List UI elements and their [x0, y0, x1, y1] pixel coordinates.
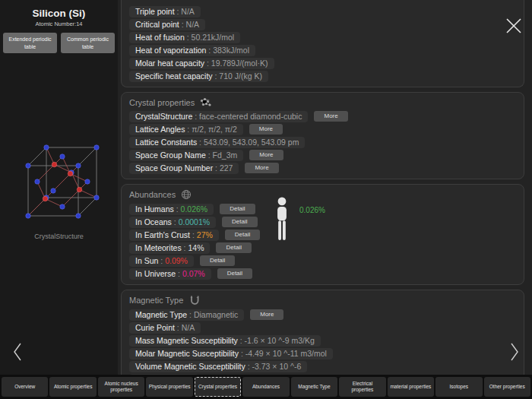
chevron-left-icon	[12, 342, 23, 362]
magnet-icon	[188, 295, 201, 306]
prev-button[interactable]	[12, 342, 23, 364]
property-value: 383kJ/mol	[213, 46, 249, 55]
property-value: 227	[220, 163, 233, 173]
tab-other-properties[interactable]: Other properties	[484, 377, 530, 397]
bottom-tab-bar: Overview Atomic properties Atomic nucleu…	[0, 375, 532, 399]
crystal-lattice-icon	[200, 97, 211, 107]
crystal-properties-section: Crystal properties CrystalStructureface-…	[121, 92, 524, 179]
crystal-structure-caption: CrystalStructure	[0, 233, 118, 240]
section-header: Crystal properties	[129, 95, 516, 109]
property-label: In Universe	[135, 269, 182, 278]
property-label: In Meteorites	[135, 243, 188, 252]
property-value: face-centered diamond-cubic	[199, 112, 302, 121]
element-title: Silicon (Si)	[0, 8, 118, 19]
globe-icon	[181, 189, 192, 200]
crystal-structure-diagram	[17, 138, 101, 223]
tab-physical-properties[interactable]: Physical properties	[146, 377, 192, 397]
property-label: Molar Magnetic Susceptibility	[135, 349, 245, 358]
detail-button[interactable]: Detail	[200, 255, 235, 266]
detail-button[interactable]: Detail	[222, 217, 257, 227]
row-in-sun: In Sun0.09% Detail	[129, 255, 516, 267]
section-header: Magnetic Type	[129, 293, 516, 308]
property-value: 19.789J/(mol·K)	[211, 59, 268, 68]
property-value: 27%	[197, 230, 213, 239]
property-label: Specific heat capacity	[135, 71, 219, 81]
row-triple-point: Triple pointN/A	[129, 5, 516, 17]
more-button[interactable]: More	[314, 111, 347, 122]
row-in-meteorites: In Meteorites14% Detail	[129, 242, 516, 254]
row-crystal-structure: CrystalStructureface-centered diamond-cu…	[129, 110, 516, 122]
row-space-group-number: Space Group Number227 More	[129, 162, 516, 174]
row-molar-heat-capacity: Molar heat capacity19.789J/(mol·K)	[129, 57, 516, 69]
more-button[interactable]: More	[249, 124, 283, 135]
property-label: Triple point	[135, 7, 181, 16]
property-value: Diamagnetic	[194, 310, 238, 319]
property-label: Heat of vaporization	[135, 46, 213, 55]
row-curie-point: Curie PointN/A	[129, 321, 516, 334]
property-value: 0.0001%	[179, 217, 210, 226]
row-volume-magnetic-susceptibility: Volume Magnetic Susceptibility-3.73 × 10…	[129, 360, 516, 372]
tab-electrical-properties[interactable]: Electrical properties	[339, 377, 385, 397]
row-mass-magnetic-susceptibility: Mass Magnetic Susceptibility-1.6 × 10 ^-…	[129, 334, 516, 347]
property-value: -1.6 × 10 ^-9 m3/Kg	[245, 336, 315, 345]
tab-overview[interactable]: Overview	[2, 377, 48, 397]
abundances-section: Abundances In Humans0.026% Detail In Oce…	[121, 184, 524, 285]
chevron-right-icon	[509, 342, 520, 362]
detail-button[interactable]: Detail	[217, 268, 252, 279]
human-abundance-value: 0.026%	[299, 206, 325, 214]
common-periodic-table-button[interactable]: Common periodic table	[61, 33, 115, 53]
detail-button[interactable]: Detail	[220, 204, 255, 214]
row-heat-of-fusion: Heat of fusion50.21kJ/mol	[129, 31, 516, 43]
close-icon	[505, 17, 523, 35]
row-specific-heat-capacity: Specific heat capacity710 J/(kg K)	[129, 70, 516, 82]
property-label: Mass Magnetic Susceptibility	[135, 336, 245, 345]
property-value: Fd_3m	[213, 150, 238, 160]
property-label: In Humans	[135, 204, 181, 214]
person-icon	[272, 197, 292, 241]
tab-atomic-properties[interactable]: Atomic properties	[49, 377, 96, 397]
property-value: π/2, π/2, π/2	[192, 125, 237, 134]
detail-button[interactable]: Detail	[225, 230, 260, 240]
tab-isotopes[interactable]: Isotopes	[435, 377, 482, 397]
periodic-table-buttons: Extended periodic table Common periodic …	[0, 33, 118, 53]
detail-button[interactable]: Detail	[216, 242, 251, 253]
magnetic-type-section: Magnetic Type Magnetic TypeDiamagnetic M…	[121, 290, 524, 375]
next-button[interactable]	[509, 342, 520, 364]
tab-atomic-nucleus-properties[interactable]: Atomic nucleus properties	[98, 377, 144, 397]
property-label: CrystalStructure	[135, 112, 199, 121]
close-button[interactable]	[505, 17, 523, 37]
row-critical-point: Critical pointN/A	[129, 18, 516, 30]
row-heat-of-vaporization: Heat of vaporization383kJ/mol	[129, 44, 516, 56]
crystal-structure-figure	[0, 138, 118, 226]
property-value: 710 J/(kg K)	[219, 71, 262, 81]
property-label: Critical point	[135, 20, 186, 29]
tab-abundances[interactable]: Abundances	[242, 377, 289, 397]
property-value: 50.21kJ/mol	[192, 33, 235, 42]
more-button[interactable]: More	[245, 163, 278, 173]
property-value: -3.73 × 10 ^-6	[252, 362, 302, 371]
more-button[interactable]: More	[250, 309, 283, 320]
extended-periodic-table-button[interactable]: Extended periodic table	[3, 33, 57, 53]
property-label: Curie Point	[135, 323, 182, 332]
main-content: Triple pointN/A Critical pointN/A Heat o…	[118, 0, 532, 375]
atomic-number-label: Atomic Number:14	[0, 21, 118, 27]
tab-magnetic-type[interactable]: Magnetic Type	[291, 377, 337, 397]
property-label: In Sun	[135, 256, 165, 265]
tab-material-properties[interactable]: material properties	[388, 377, 434, 397]
human-abundance-figure: 0.026%	[272, 197, 325, 241]
property-value: N/A	[182, 323, 195, 332]
section-title: Abundances	[129, 190, 176, 199]
property-label: Lattice Constants	[135, 138, 204, 147]
more-button[interactable]: More	[249, 150, 283, 160]
property-label: Space Group Number	[135, 163, 220, 173]
thermal-properties-section: Triple pointN/A Critical pointN/A Heat o…	[121, 0, 524, 87]
property-value: N/A	[181, 7, 195, 16]
tab-crystal-properties[interactable]: Crystal properties	[195, 377, 241, 397]
property-label: In Earth's Crust	[135, 230, 197, 239]
row-lattice-angles: Lattice Anglesπ/2, π/2, π/2 More	[129, 123, 516, 135]
row-magnetic-type: Magnetic TypeDiamagnetic More	[129, 309, 516, 321]
property-value: 0.07%	[182, 269, 205, 278]
property-value: 543.09, 543.09, 543.09 pm	[204, 138, 299, 147]
property-value: 14%	[188, 243, 204, 252]
property-value: 0.09%	[165, 256, 188, 265]
